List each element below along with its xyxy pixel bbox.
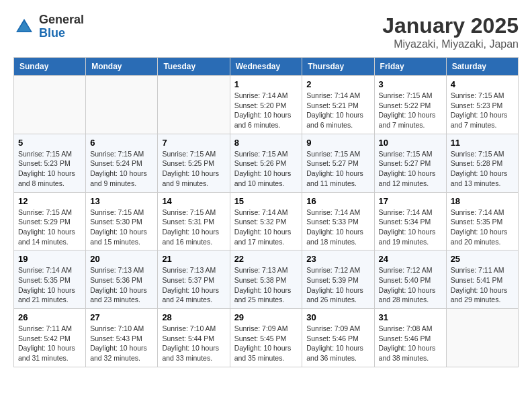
calendar-cell: 28Sunrise: 7:10 AM Sunset: 5:44 PM Dayli… [158, 309, 230, 367]
title-block: January 2025 Miyazaki, Miyazaki, Japan [382, 13, 519, 50]
calendar-cell: 31Sunrise: 7:08 AM Sunset: 5:46 PM Dayli… [374, 309, 446, 367]
day-number: 25 [451, 254, 514, 264]
calendar-week-row: 19Sunrise: 7:14 AM Sunset: 5:35 PM Dayli… [14, 250, 519, 309]
calendar-table: SundayMondayTuesdayWednesdayThursdayFrid… [13, 57, 519, 367]
day-number: 8 [234, 138, 298, 148]
day-info: Sunrise: 7:14 AM Sunset: 5:33 PM Dayligh… [306, 208, 369, 247]
day-info: Sunrise: 7:13 AM Sunset: 5:38 PM Dayligh… [234, 265, 298, 305]
calendar-cell: 5Sunrise: 7:15 AM Sunset: 5:23 PM Daylig… [14, 134, 86, 192]
day-number: 9 [306, 138, 369, 148]
day-number: 19 [18, 254, 81, 264]
day-info: Sunrise: 7:15 AM Sunset: 5:24 PM Dayligh… [90, 149, 153, 189]
logo-icon [13, 16, 35, 38]
day-info: Sunrise: 7:12 AM Sunset: 5:39 PM Dayligh… [306, 265, 369, 305]
day-info: Sunrise: 7:15 AM Sunset: 5:29 PM Dayligh… [18, 208, 81, 247]
calendar-cell: 2Sunrise: 7:14 AM Sunset: 5:21 PM Daylig… [302, 76, 374, 134]
day-number: 5 [18, 138, 81, 148]
day-number: 21 [162, 254, 225, 264]
column-header-wednesday: Wednesday [230, 58, 302, 76]
calendar-cell: 12Sunrise: 7:15 AM Sunset: 5:29 PM Dayli… [14, 192, 86, 250]
calendar-cell: 7Sunrise: 7:15 AM Sunset: 5:25 PM Daylig… [158, 134, 230, 192]
calendar-cell [446, 309, 518, 367]
calendar-cell: 6Sunrise: 7:15 AM Sunset: 5:24 PM Daylig… [86, 134, 158, 192]
day-number: 13 [90, 196, 153, 206]
calendar-header-row: SundayMondayTuesdayWednesdayThursdayFrid… [14, 58, 519, 76]
day-number: 16 [306, 196, 369, 206]
day-number: 10 [379, 138, 442, 148]
calendar-cell: 1Sunrise: 7:14 AM Sunset: 5:20 PM Daylig… [230, 76, 302, 134]
calendar-cell: 10Sunrise: 7:15 AM Sunset: 5:27 PM Dayli… [374, 134, 446, 192]
column-header-thursday: Thursday [302, 58, 374, 76]
day-number: 18 [451, 196, 514, 206]
day-number: 4 [451, 79, 514, 89]
day-number: 7 [162, 138, 225, 148]
location-subtitle: Miyazaki, Miyazaki, Japan [382, 38, 519, 50]
day-info: Sunrise: 7:14 AM Sunset: 5:35 PM Dayligh… [18, 265, 81, 305]
day-info: Sunrise: 7:15 AM Sunset: 5:27 PM Dayligh… [379, 149, 442, 189]
day-number: 30 [306, 312, 369, 322]
day-number: 3 [379, 79, 442, 89]
day-info: Sunrise: 7:15 AM Sunset: 5:28 PM Dayligh… [451, 149, 514, 189]
calendar-cell: 17Sunrise: 7:14 AM Sunset: 5:34 PM Dayli… [374, 192, 446, 250]
day-info: Sunrise: 7:13 AM Sunset: 5:36 PM Dayligh… [90, 265, 153, 305]
day-number: 31 [379, 312, 442, 322]
calendar-cell: 13Sunrise: 7:15 AM Sunset: 5:30 PM Dayli… [86, 192, 158, 250]
day-info: Sunrise: 7:14 AM Sunset: 5:20 PM Dayligh… [234, 91, 298, 130]
column-header-friday: Friday [374, 58, 446, 76]
day-number: 20 [90, 254, 153, 264]
logo-general-text: General [39, 13, 84, 26]
day-number: 12 [18, 196, 81, 206]
day-info: Sunrise: 7:14 AM Sunset: 5:21 PM Dayligh… [306, 91, 369, 130]
logo-blue-text: Blue [39, 26, 65, 40]
calendar-cell: 14Sunrise: 7:15 AM Sunset: 5:31 PM Dayli… [158, 192, 230, 250]
calendar-cell: 26Sunrise: 7:11 AM Sunset: 5:42 PM Dayli… [14, 309, 86, 367]
calendar-cell: 9Sunrise: 7:15 AM Sunset: 5:27 PM Daylig… [302, 134, 374, 192]
column-header-sunday: Sunday [14, 58, 86, 76]
calendar-cell: 23Sunrise: 7:12 AM Sunset: 5:39 PM Dayli… [302, 250, 374, 309]
day-info: Sunrise: 7:09 AM Sunset: 5:45 PM Dayligh… [234, 324, 298, 363]
day-info: Sunrise: 7:11 AM Sunset: 5:42 PM Dayligh… [18, 324, 81, 363]
calendar-cell: 4Sunrise: 7:15 AM Sunset: 5:23 PM Daylig… [446, 76, 518, 134]
logo: General Blue [13, 13, 84, 40]
calendar-cell: 29Sunrise: 7:09 AM Sunset: 5:45 PM Dayli… [230, 309, 302, 367]
day-number: 15 [234, 196, 298, 206]
day-info: Sunrise: 7:14 AM Sunset: 5:35 PM Dayligh… [451, 208, 514, 247]
day-number: 11 [451, 138, 514, 148]
calendar-cell: 27Sunrise: 7:10 AM Sunset: 5:43 PM Dayli… [86, 309, 158, 367]
column-header-monday: Monday [86, 58, 158, 76]
day-number: 27 [90, 312, 153, 322]
day-number: 1 [234, 79, 298, 89]
day-info: Sunrise: 7:15 AM Sunset: 5:22 PM Dayligh… [379, 91, 442, 130]
calendar-cell: 3Sunrise: 7:15 AM Sunset: 5:22 PM Daylig… [374, 76, 446, 134]
calendar-cell: 18Sunrise: 7:14 AM Sunset: 5:35 PM Dayli… [446, 192, 518, 250]
calendar-week-row: 5Sunrise: 7:15 AM Sunset: 5:23 PM Daylig… [14, 134, 519, 192]
calendar-week-row: 12Sunrise: 7:15 AM Sunset: 5:29 PM Dayli… [14, 192, 519, 250]
day-info: Sunrise: 7:10 AM Sunset: 5:43 PM Dayligh… [90, 324, 153, 363]
day-number: 14 [162, 196, 225, 206]
day-number: 26 [18, 312, 81, 322]
day-info: Sunrise: 7:15 AM Sunset: 5:31 PM Dayligh… [162, 208, 225, 247]
day-number: 17 [379, 196, 442, 206]
calendar-cell: 16Sunrise: 7:14 AM Sunset: 5:33 PM Dayli… [302, 192, 374, 250]
calendar-cell: 25Sunrise: 7:11 AM Sunset: 5:41 PM Dayli… [446, 250, 518, 309]
day-info: Sunrise: 7:15 AM Sunset: 5:25 PM Dayligh… [162, 149, 225, 189]
calendar-cell: 21Sunrise: 7:13 AM Sunset: 5:37 PM Dayli… [158, 250, 230, 309]
day-info: Sunrise: 7:08 AM Sunset: 5:46 PM Dayligh… [379, 324, 442, 363]
day-info: Sunrise: 7:15 AM Sunset: 5:30 PM Dayligh… [90, 208, 153, 247]
day-info: Sunrise: 7:12 AM Sunset: 5:40 PM Dayligh… [379, 265, 442, 305]
calendar-week-row: 1Sunrise: 7:14 AM Sunset: 5:20 PM Daylig… [14, 76, 519, 134]
day-info: Sunrise: 7:10 AM Sunset: 5:44 PM Dayligh… [162, 324, 225, 363]
day-info: Sunrise: 7:09 AM Sunset: 5:46 PM Dayligh… [306, 324, 369, 363]
calendar-cell: 22Sunrise: 7:13 AM Sunset: 5:38 PM Dayli… [230, 250, 302, 309]
day-info: Sunrise: 7:11 AM Sunset: 5:41 PM Dayligh… [451, 265, 514, 305]
calendar-cell: 15Sunrise: 7:14 AM Sunset: 5:32 PM Dayli… [230, 192, 302, 250]
day-info: Sunrise: 7:13 AM Sunset: 5:37 PM Dayligh… [162, 265, 225, 305]
day-number: 29 [234, 312, 298, 322]
calendar-cell [14, 76, 86, 134]
day-number: 2 [306, 79, 369, 89]
calendar-cell [158, 76, 230, 134]
day-info: Sunrise: 7:14 AM Sunset: 5:32 PM Dayligh… [234, 208, 298, 247]
day-info: Sunrise: 7:15 AM Sunset: 5:23 PM Dayligh… [451, 91, 514, 130]
day-info: Sunrise: 7:14 AM Sunset: 5:34 PM Dayligh… [379, 208, 442, 247]
calendar-cell: 30Sunrise: 7:09 AM Sunset: 5:46 PM Dayli… [302, 309, 374, 367]
